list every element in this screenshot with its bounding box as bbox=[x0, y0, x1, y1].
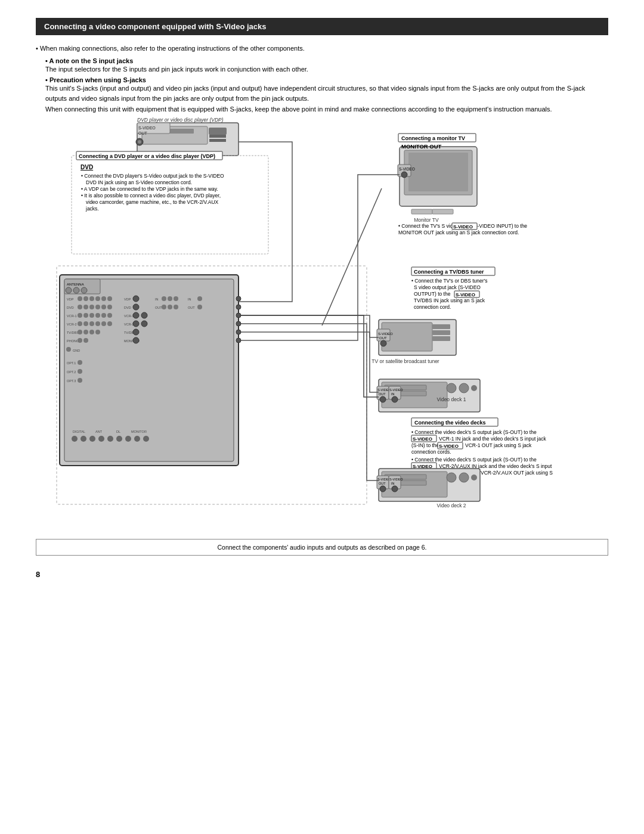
svg-text:IN: IN bbox=[391, 392, 395, 396]
svg-point-129 bbox=[78, 313, 82, 318]
svg-rect-4 bbox=[209, 135, 226, 138]
svg-rect-3 bbox=[209, 128, 227, 135]
svg-text:IN: IN bbox=[188, 297, 191, 301]
svg-point-203 bbox=[236, 296, 241, 301]
note2-text2: When connecting this unit with equipment… bbox=[45, 104, 608, 114]
svg-point-188 bbox=[89, 436, 95, 442]
svg-text:DVD IN jack using an S-Video c: DVD IN jack using an S-Video connection … bbox=[86, 179, 192, 185]
svg-rect-26 bbox=[411, 209, 432, 214]
svg-point-101 bbox=[471, 475, 477, 480]
svg-point-208 bbox=[236, 338, 241, 343]
svg-point-171 bbox=[174, 305, 178, 309]
svg-point-181 bbox=[78, 378, 82, 383]
svg-point-189 bbox=[98, 436, 104, 442]
svg-point-193 bbox=[134, 436, 140, 442]
svg-point-136 bbox=[78, 321, 82, 326]
svg-text:OPT.1: OPT.1 bbox=[67, 361, 76, 365]
svg-point-177 bbox=[78, 360, 82, 365]
svg-text:(S-IN) to the: (S-IN) to the bbox=[411, 442, 439, 448]
svg-point-31 bbox=[401, 172, 407, 178]
svg-point-131 bbox=[89, 313, 94, 318]
svg-text:• Connect the DVD player's S-V: • Connect the DVD player's S-Video outpu… bbox=[81, 173, 224, 179]
svg-point-205 bbox=[236, 313, 241, 318]
svg-text:VCR-1 OUT jack using S jack: VCR-1 OUT jack using S jack bbox=[465, 442, 532, 448]
svg-text:OUT: OUT bbox=[379, 392, 386, 396]
svg-text:Connecting a monitor TV: Connecting a monitor TV bbox=[401, 135, 465, 141]
note2-section: • Precaution when using S-jacks This uni… bbox=[36, 76, 608, 114]
svg-point-179 bbox=[78, 369, 82, 374]
section-title: Connecting a video component equipped wi… bbox=[36, 18, 608, 35]
svg-text:ANTENNA: ANTENNA bbox=[67, 283, 84, 286]
svg-point-199 bbox=[66, 287, 72, 293]
svg-text:DIGITAL: DIGITAL bbox=[73, 430, 85, 433]
svg-point-159 bbox=[141, 321, 147, 327]
diagram-area: S-VIDEO OUT DVD player or video disc pla… bbox=[36, 117, 608, 528]
svg-text:TV/DBS IN jack using an S jack: TV/DBS IN jack using an S jack bbox=[414, 297, 485, 303]
svg-text:S video output jack (S-VIDEO: S video output jack (S-VIDEO bbox=[414, 284, 481, 290]
svg-point-118 bbox=[95, 296, 100, 301]
svg-line-39 bbox=[322, 188, 382, 325]
svg-point-161 bbox=[133, 329, 139, 335]
svg-text:MONITOR: MONITOR bbox=[131, 430, 147, 433]
svg-point-65 bbox=[471, 385, 477, 391]
svg-rect-43 bbox=[432, 330, 450, 335]
svg-text:OUT: OUT bbox=[155, 306, 162, 309]
svg-point-123 bbox=[83, 305, 88, 309]
svg-text:DVD: DVD bbox=[67, 306, 74, 309]
svg-text:S-VIDEO: S-VIDEO bbox=[138, 126, 156, 130]
svg-text:S-VIDEO: S-VIDEO bbox=[399, 167, 415, 171]
svg-text:Video deck 1: Video deck 1 bbox=[437, 396, 466, 402]
svg-text:DVD: DVD bbox=[80, 164, 93, 170]
svg-point-170 bbox=[168, 305, 172, 309]
svg-text:OUT: OUT bbox=[379, 482, 386, 485]
svg-text:S-VIDEO: S-VIDEO bbox=[378, 332, 393, 336]
svg-point-120 bbox=[107, 296, 112, 301]
svg-text:• It is also possible to conne: • It is also possible to connect a video… bbox=[81, 193, 221, 199]
svg-point-133 bbox=[101, 313, 106, 318]
svg-text:OPT.3: OPT.3 bbox=[67, 379, 76, 383]
svg-point-137 bbox=[83, 321, 88, 326]
svg-point-115 bbox=[78, 296, 82, 301]
svg-text:S-VIDEO: S-VIDEO bbox=[389, 388, 403, 392]
svg-point-187 bbox=[80, 436, 86, 442]
note1-section: • A note on the S input jacks The input … bbox=[36, 57, 608, 75]
svg-point-74 bbox=[392, 396, 398, 402]
svg-point-10 bbox=[138, 140, 141, 144]
svg-point-194 bbox=[143, 436, 149, 442]
svg-point-126 bbox=[101, 305, 106, 309]
svg-text:S-VIDEO: S-VIDEO bbox=[453, 224, 473, 230]
svg-text:DVD player or video disc playe: DVD player or video disc player (VDP) bbox=[137, 117, 224, 123]
svg-point-139 bbox=[95, 321, 100, 326]
svg-point-143 bbox=[78, 330, 82, 334]
svg-text:S-VIDEO: S-VIDEO bbox=[456, 292, 475, 297]
svg-point-125 bbox=[95, 305, 100, 309]
svg-point-191 bbox=[116, 436, 122, 442]
svg-point-151 bbox=[133, 296, 139, 302]
svg-point-163 bbox=[133, 337, 139, 343]
svg-text:connection cord.: connection cord. bbox=[414, 304, 451, 310]
svg-point-167 bbox=[174, 296, 178, 301]
svg-point-155 bbox=[133, 312, 139, 318]
svg-text:IN: IN bbox=[155, 297, 159, 301]
svg-text:MONITOR OUT jack using an S ja: MONITOR OUT jack using an S jack connect… bbox=[398, 230, 519, 235]
svg-point-166 bbox=[168, 296, 172, 301]
svg-text:• Connect the TV's or DBS tune: • Connect the TV's or DBS tuner's bbox=[411, 278, 487, 284]
svg-point-140 bbox=[101, 321, 106, 326]
svg-point-186 bbox=[72, 436, 78, 442]
svg-text:S-VIDEO: S-VIDEO bbox=[389, 478, 403, 481]
svg-text:DVD: DVD bbox=[124, 306, 131, 309]
svg-point-201 bbox=[81, 287, 87, 293]
connection-diagram: S-VIDEO OUT DVD player or video disc pla… bbox=[36, 117, 608, 528]
svg-point-169 bbox=[162, 305, 166, 309]
svg-text:OUT: OUT bbox=[138, 131, 148, 135]
svg-text:GND: GND bbox=[73, 349, 80, 352]
svg-rect-5 bbox=[209, 139, 226, 142]
svg-text:S-VIDEO: S-VIDEO bbox=[439, 444, 459, 449]
svg-text:• A VDP can be connected to th: • A VDP can be connected to the VDP jack… bbox=[81, 186, 218, 192]
note2-text1: This unit's S-jacks (input and output) a… bbox=[45, 83, 608, 103]
svg-point-127 bbox=[107, 305, 112, 309]
svg-point-110 bbox=[392, 486, 398, 492]
svg-point-144 bbox=[83, 330, 88, 334]
svg-point-117 bbox=[89, 296, 94, 301]
svg-text:VCR-1 IN jack and the video de: VCR-1 IN jack and the video deck's S inp… bbox=[439, 436, 546, 442]
